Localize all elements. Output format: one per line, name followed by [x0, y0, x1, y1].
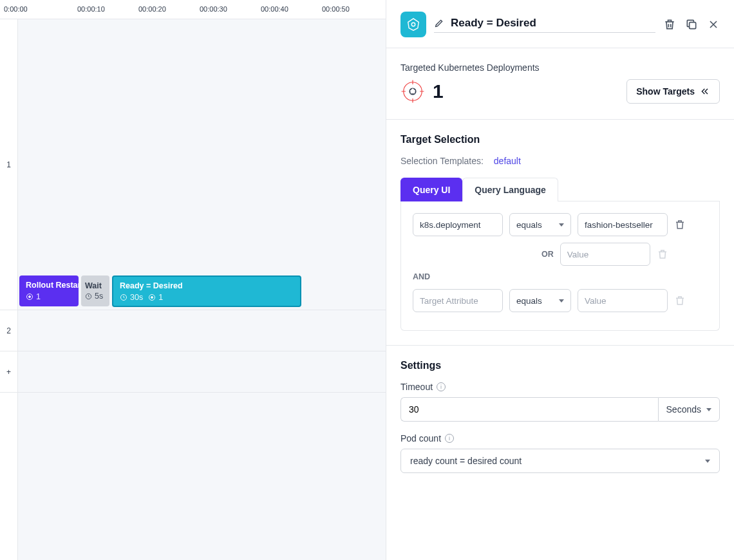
- crosshair-icon: [400, 79, 425, 104]
- query-tabs: Query UI Query Language: [400, 178, 720, 201]
- target-icon: [26, 293, 33, 301]
- panel-title: Ready = Desired: [451, 17, 536, 30]
- block-rollout-restart[interactable]: Rollout Restart 1: [19, 275, 79, 306]
- timeout-unit-label: Seconds: [666, 404, 701, 415]
- podcount-label: Pod count: [400, 433, 441, 443]
- block-duration: 5s: [95, 292, 103, 301]
- lane-2[interactable]: [18, 310, 386, 351]
- settings-heading: Settings: [400, 360, 720, 371]
- attribute-input[interactable]: [413, 213, 503, 236]
- panel-header: Ready = Desired: [386, 0, 734, 48]
- lane-label-2: 2: [0, 310, 17, 351]
- detail-panel: Ready = Desired Targeted Kubernetes Depl…: [386, 0, 734, 560]
- target-summary-label: Targeted Kubernetes Deployments: [400, 62, 720, 73]
- podcount-select[interactable]: ready count = desired count: [400, 449, 720, 473]
- block-count: 1: [36, 292, 41, 301]
- block-count: 1: [158, 293, 163, 302]
- operator-select-2[interactable]: equals: [509, 289, 571, 312]
- value-input[interactable]: [578, 213, 668, 236]
- target-count: 1: [433, 80, 444, 102]
- block-label: Wait: [85, 281, 106, 290]
- lane-labels: 1 2 +: [0, 19, 18, 560]
- lane-add[interactable]: [18, 351, 386, 393]
- chevron-down-icon: [559, 299, 564, 303]
- attribute-input-2[interactable]: [413, 289, 503, 312]
- clock-icon: [120, 294, 127, 301]
- info-icon[interactable]: i: [445, 434, 454, 443]
- podcount-value: ready count = desired count: [410, 456, 522, 466]
- ruler-tick: 0:00:00: [4, 5, 28, 13]
- chevrons-left-icon: [700, 86, 710, 97]
- ruler-tick: 00:00:10: [77, 5, 105, 13]
- svg-marker-6: [408, 19, 419, 30]
- delete-row-button[interactable]: [674, 219, 686, 230]
- or-label: OR: [541, 250, 554, 259]
- chevron-down-icon: [706, 408, 711, 411]
- trash-icon: [674, 295, 686, 306]
- lane-label-1: 1: [0, 19, 17, 310]
- block-wait[interactable]: Wait 5s: [81, 275, 109, 306]
- tab-query-ui[interactable]: Query UI: [400, 178, 462, 201]
- target-selection-section: Target Selection Selection Templates: de…: [386, 120, 734, 346]
- timeline-area: 0:00:00 00:00:10 00:00:20 00:00:30 00:00…: [0, 0, 386, 560]
- block-label: Rollout Restart: [26, 281, 72, 290]
- timeout-label: Timeout: [400, 382, 433, 392]
- title-edit[interactable]: Ready = Desired: [434, 17, 655, 33]
- svg-rect-8: [690, 23, 696, 29]
- ruler-tick: 00:00:20: [138, 5, 166, 13]
- operator-label: equals: [516, 296, 542, 306]
- target-summary: Targeted Kubernetes Deployments 1 Show T…: [386, 48, 734, 120]
- ruler-tick: 00:00:50: [322, 5, 350, 13]
- trash-icon[interactable]: [663, 18, 676, 31]
- operator-label: equals: [516, 220, 542, 230]
- target-selection-heading: Target Selection: [400, 134, 720, 145]
- timeout-input[interactable]: [400, 397, 658, 422]
- settings-section: Settings Timeout i Seconds Pod count: [386, 346, 734, 499]
- target-icon: [148, 294, 156, 301]
- show-targets-button[interactable]: Show Targets: [626, 79, 720, 104]
- close-icon[interactable]: [707, 18, 720, 31]
- trash-icon: [657, 248, 668, 260]
- show-targets-label: Show Targets: [636, 86, 695, 97]
- and-label: AND: [413, 272, 708, 281]
- block-duration: 30s: [130, 293, 143, 302]
- copy-icon[interactable]: [685, 18, 698, 31]
- k8s-icon: [400, 12, 426, 37]
- ruler-tick: 00:00:40: [261, 5, 288, 13]
- chevron-down-icon: [559, 223, 564, 227]
- delete-row-button[interactable]: [657, 248, 668, 260]
- templates-value[interactable]: default: [494, 156, 521, 166]
- query-builder: equals OR AND: [400, 201, 720, 331]
- svg-point-5: [151, 296, 153, 298]
- timeout-unit-select[interactable]: Seconds: [658, 397, 720, 422]
- delete-row-button[interactable]: [674, 295, 686, 306]
- lane-label-add[interactable]: +: [0, 351, 17, 393]
- block-ready-desired[interactable]: Ready = Desired 30s 1: [112, 275, 301, 307]
- value-input-or[interactable]: [560, 243, 650, 266]
- ruler: 0:00:00 00:00:10 00:00:20 00:00:30 00:00…: [0, 0, 386, 19]
- lane-1[interactable]: Rollout Restart 1 Wait 5s: [18, 19, 386, 310]
- svg-point-7: [411, 23, 415, 26]
- clock-icon: [85, 293, 92, 300]
- block-label: Ready = Desired: [120, 281, 294, 290]
- tab-query-language[interactable]: Query Language: [462, 178, 558, 201]
- templates-key: Selection Templates:: [400, 156, 484, 166]
- trash-icon: [674, 219, 686, 230]
- pencil-icon: [434, 18, 444, 28]
- info-icon[interactable]: i: [437, 382, 446, 391]
- chevron-down-icon: [705, 460, 710, 463]
- svg-point-1: [29, 296, 31, 298]
- value-input-2[interactable]: [578, 289, 668, 312]
- operator-select[interactable]: equals: [509, 213, 571, 236]
- ruler-tick: 00:00:30: [200, 5, 227, 13]
